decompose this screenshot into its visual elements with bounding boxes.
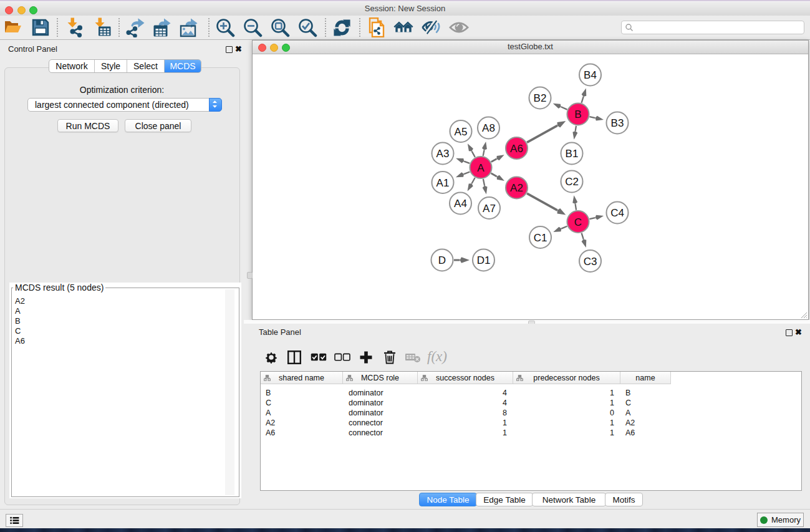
svg-text:C4: C4 (610, 207, 624, 219)
svg-text:A5: A5 (455, 126, 468, 138)
svg-text:A1: A1 (436, 177, 450, 189)
svg-text:C: C (574, 216, 582, 228)
svg-text:C2: C2 (565, 176, 579, 188)
svg-text:A: A (477, 162, 485, 174)
svg-text:B4: B4 (584, 69, 597, 81)
svg-text:D1: D1 (477, 254, 491, 266)
svg-text:C3: C3 (584, 256, 597, 268)
svg-text:B: B (574, 109, 581, 120)
svg-text:A6: A6 (510, 143, 523, 155)
svg-text:B2: B2 (534, 92, 547, 104)
svg-text:A8: A8 (482, 122, 495, 134)
svg-text:B1: B1 (566, 148, 579, 160)
svg-text:A3: A3 (436, 148, 450, 160)
svg-text:C1: C1 (534, 232, 547, 244)
svg-text:A4: A4 (454, 198, 467, 210)
svg-text:B3: B3 (611, 117, 624, 129)
svg-text:D: D (438, 254, 446, 266)
svg-text:A7: A7 (483, 203, 496, 215)
svg-text:A2: A2 (510, 182, 523, 194)
